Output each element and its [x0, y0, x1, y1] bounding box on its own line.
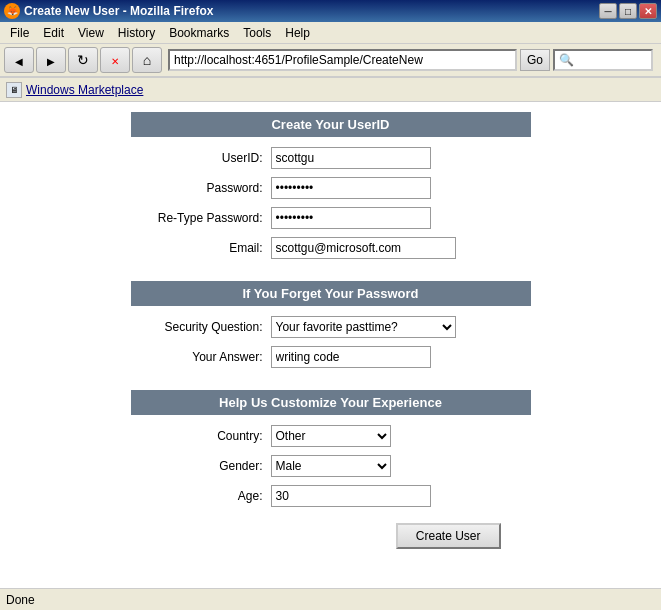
button-row: Create User [131, 523, 531, 549]
country-select[interactable]: Other United States United Kingdom Canad… [271, 425, 391, 447]
password-input[interactable] [271, 177, 431, 199]
search-input[interactable] [553, 49, 653, 71]
email-label: Email: [131, 241, 271, 255]
status-bar: Done [0, 588, 661, 610]
address-bar: Go [168, 49, 653, 71]
password-label: Password: [131, 181, 271, 195]
menu-view[interactable]: View [72, 24, 110, 42]
menu-history[interactable]: History [112, 24, 161, 42]
security-question-label: Security Question: [131, 320, 271, 334]
retype-password-label: Re-Type Password: [131, 211, 271, 225]
firefox-icon: 🦊 [4, 3, 20, 19]
section1-header: Create Your UserID [131, 112, 531, 137]
refresh-button[interactable] [68, 47, 98, 73]
home-button[interactable] [132, 47, 162, 73]
userid-label: UserID: [131, 151, 271, 165]
menu-bar: File Edit View History Bookmarks Tools H… [0, 22, 661, 44]
security-question-select[interactable]: Your favorite pasttime? Your mother's ma… [271, 316, 456, 338]
menu-edit[interactable]: Edit [37, 24, 70, 42]
section3-header: Help Us Customize Your Experience [131, 390, 531, 415]
windows-marketplace-link[interactable]: Windows Marketplace [26, 83, 143, 97]
status-text: Done [6, 593, 35, 607]
back-button[interactable] [4, 47, 34, 73]
age-group: Age: [131, 485, 531, 507]
window-title: Create New User - Mozilla Firefox [24, 4, 213, 18]
gender-label: Gender: [131, 459, 271, 473]
userid-group: UserID: [131, 147, 531, 169]
email-input[interactable] [271, 237, 456, 259]
toolbar: Go [0, 44, 661, 78]
security-question-group: Security Question: Your favorite pasttim… [131, 316, 531, 338]
retype-password-group: Re-Type Password: [131, 207, 531, 229]
create-user-button[interactable]: Create User [396, 523, 501, 549]
page-content: Create Your UserID UserID: Password: Re-… [0, 102, 661, 588]
answer-group: Your Answer: [131, 346, 531, 368]
password-group: Password: [131, 177, 531, 199]
menu-bookmarks[interactable]: Bookmarks [163, 24, 235, 42]
window-controls: ─ □ ✕ [599, 3, 657, 19]
maximize-button[interactable]: □ [619, 3, 637, 19]
age-input[interactable] [271, 485, 431, 507]
stop-button[interactable] [100, 47, 130, 73]
go-button[interactable]: Go [520, 49, 550, 71]
favorites-icon: 🖥 [6, 82, 22, 98]
menu-file[interactable]: File [4, 24, 35, 42]
age-label: Age: [131, 489, 271, 503]
menu-help[interactable]: Help [279, 24, 316, 42]
favorites-bar: 🖥 Windows Marketplace [0, 78, 661, 102]
menu-tools[interactable]: Tools [237, 24, 277, 42]
minimize-button[interactable]: ─ [599, 3, 617, 19]
close-button[interactable]: ✕ [639, 3, 657, 19]
retype-password-input[interactable] [271, 207, 431, 229]
email-group: Email: [131, 237, 531, 259]
forward-button[interactable] [36, 47, 66, 73]
section2-header: If You Forget Your Password [131, 281, 531, 306]
address-input[interactable] [168, 49, 517, 71]
country-group: Country: Other United States United King… [131, 425, 531, 447]
gender-select[interactable]: Male Female Other [271, 455, 391, 477]
gender-group: Gender: Male Female Other [131, 455, 531, 477]
country-label: Country: [131, 429, 271, 443]
answer-label: Your Answer: [131, 350, 271, 364]
userid-input[interactable] [271, 147, 431, 169]
form-container: Create Your UserID UserID: Password: Re-… [131, 112, 531, 549]
title-bar: 🦊 Create New User - Mozilla Firefox ─ □ … [0, 0, 661, 22]
answer-input[interactable] [271, 346, 431, 368]
